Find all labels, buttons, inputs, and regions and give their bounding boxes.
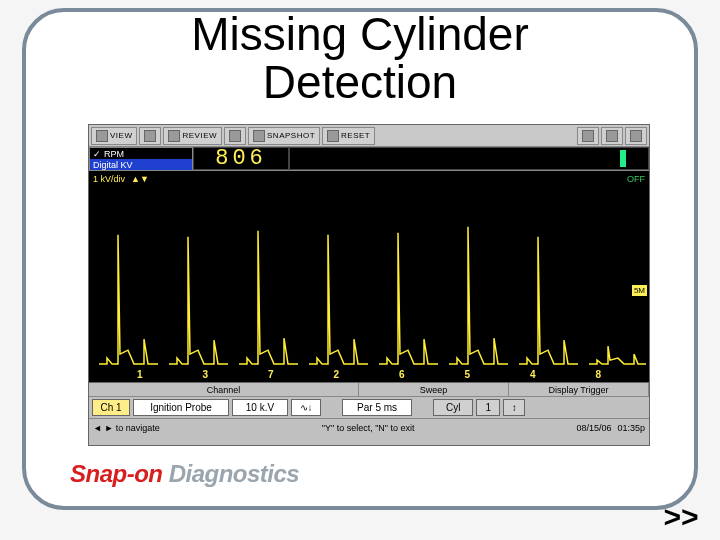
bargraph-marker	[620, 150, 626, 167]
snapshot-button[interactable]: SNAPSHOT	[248, 127, 320, 145]
sweep-header: Sweep	[359, 383, 509, 396]
menu-item-label: Digital KV	[93, 160, 133, 170]
reset-button[interactable]: RESET	[322, 127, 375, 145]
measurement-menu[interactable]: ✓ RPM Digital KV	[89, 147, 193, 170]
nav-hint: ◄ ► to navigate	[93, 423, 160, 433]
axis-header-row: Channel Sweep Display Trigger	[89, 383, 649, 397]
range-select[interactable]: 10 k.V	[232, 399, 288, 416]
menu-item-digital-kv[interactable]: Digital KV	[90, 159, 192, 170]
settings-button[interactable]	[625, 127, 647, 145]
view-label: VIEW	[110, 131, 132, 140]
sweep-select[interactable]: Par 5 ms	[342, 399, 412, 416]
window-icon	[582, 130, 594, 142]
cyl-label: 8	[595, 369, 601, 380]
cylinder-labels: 1 3 7 2 6 5 4 8	[89, 369, 649, 380]
trigger-cyl[interactable]: 1	[476, 399, 500, 416]
slide-frame: Missing Cylinder Detection VIEW REVIEW S…	[22, 8, 698, 510]
diagnostic-app-window: VIEW REVIEW SNAPSHOT RESET	[88, 124, 650, 446]
channel-header: Channel	[89, 383, 359, 396]
reset-label: RESET	[341, 131, 370, 140]
trigger-source[interactable]: Cyl	[433, 399, 473, 416]
page-title: Missing Cylinder Detection	[191, 10, 528, 107]
window-button-2[interactable]	[601, 127, 623, 145]
cursor-icon	[229, 130, 241, 142]
check-icon: ✓	[93, 149, 101, 159]
cyl-label: 2	[333, 369, 339, 380]
brand-snap-on: Snap-on	[70, 460, 163, 487]
coupling-toggle[interactable]: ∿↓	[291, 399, 321, 416]
brand-logo: Snap-on Diagnostics	[70, 460, 299, 488]
bars-icon	[144, 130, 156, 142]
readout-row: ✓ RPM Digital KV 806	[89, 147, 649, 171]
cyl-label: 6	[399, 369, 405, 380]
sliders-icon	[630, 130, 642, 142]
window-icon	[606, 130, 618, 142]
cyl-label: 3	[202, 369, 208, 380]
brand-diagnostics: Diagnostics	[163, 460, 300, 487]
readout-bargraph	[289, 147, 649, 170]
status-time: 01:35p	[617, 423, 645, 433]
app-toolbar: VIEW REVIEW SNAPSHOT RESET	[89, 125, 649, 147]
menu-item-rpm[interactable]: ✓ RPM	[90, 148, 192, 159]
cursor-button[interactable]	[224, 127, 246, 145]
view-button[interactable]: VIEW	[91, 127, 137, 145]
cyl-label: 5	[464, 369, 470, 380]
waveform-svg	[89, 187, 649, 382]
review-label: REVIEW	[182, 131, 217, 140]
settings-row: Ch 1 Ignition Probe 10 k.V ∿↓ Par 5 ms C…	[89, 397, 649, 419]
cyl-label: 4	[530, 369, 536, 380]
trigger-header: Display Trigger	[509, 383, 649, 396]
camera-icon	[253, 130, 265, 142]
rpm-readout: 806	[193, 147, 289, 170]
scope-display: 1 3 7 2 6 5 4 8 5M	[89, 187, 649, 383]
menu-item-label: RPM	[104, 149, 124, 159]
channel-select[interactable]: Ch 1	[92, 399, 130, 416]
next-button[interactable]: >>	[663, 500, 698, 534]
select-hint: "Y" to select, "N" to exit	[322, 423, 415, 433]
off-label: OFF	[627, 174, 645, 184]
graph-button[interactable]	[139, 127, 161, 145]
review-button[interactable]: REVIEW	[163, 127, 222, 145]
probe-select[interactable]: Ignition Probe	[133, 399, 229, 416]
review-icon	[168, 130, 180, 142]
reset-icon	[327, 130, 339, 142]
view-icon	[96, 130, 108, 142]
status-bar: ◄ ► to navigate "Y" to select, "N" to ex…	[89, 419, 649, 437]
scope-info-strip: 1 kV/div ▲▼ OFF	[89, 171, 649, 187]
window-button-1[interactable]	[577, 127, 599, 145]
trigger-edge[interactable]: ↕	[503, 399, 525, 416]
scale-arrows-icon: ▲▼	[131, 174, 149, 184]
scale-label: 1 kV/div	[93, 174, 125, 184]
status-date: 08/15/06	[576, 423, 611, 433]
snapshot-label: SNAPSHOT	[267, 131, 315, 140]
scope-range-tag: 5M	[632, 285, 647, 296]
cyl-label: 7	[268, 369, 274, 380]
cyl-label: 1	[137, 369, 143, 380]
